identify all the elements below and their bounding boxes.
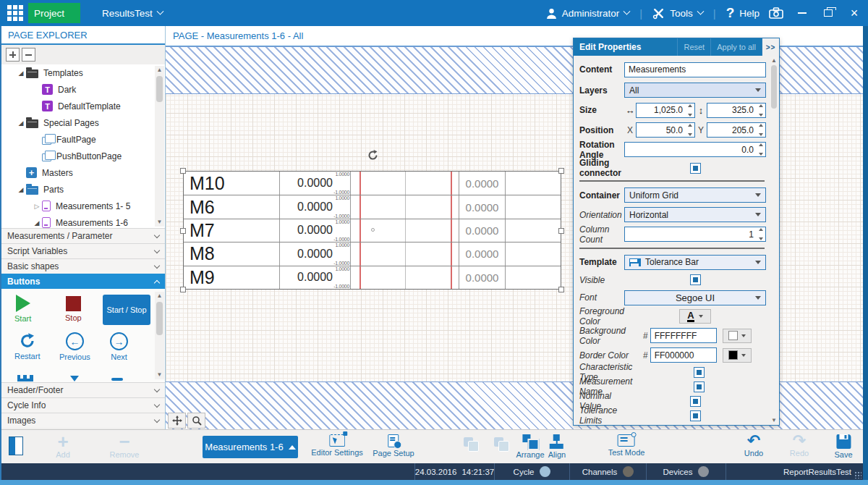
expander-expanded-icon[interactable]: ◢ — [16, 119, 26, 127]
page-setup-button[interactable]: Page Setup — [373, 434, 414, 457]
rotation-angle-input[interactable] — [624, 142, 766, 157]
scroll-up-icon[interactable]: ▲ — [771, 57, 777, 64]
user-menu[interactable]: Administrator — [546, 8, 630, 19]
expander-expanded-icon[interactable]: ◢ — [32, 219, 42, 227]
cycle-status[interactable]: Cycle — [494, 463, 569, 480]
palette-restart-button[interactable]: Restart — [14, 332, 40, 360]
measurement-name-checkbox[interactable] — [694, 381, 705, 392]
selection-handle[interactable] — [558, 228, 564, 234]
tree-item-measurements-1-5[interactable]: ▷Measurements 1- 5 — [1, 198, 165, 214]
zoom-button[interactable] — [187, 413, 205, 429]
scrollbar-thumb[interactable] — [156, 302, 163, 335]
channels-status[interactable]: Channels — [569, 463, 646, 480]
app-launcher-grid-icon[interactable] — [7, 5, 25, 21]
reset-button[interactable]: Reset — [677, 38, 710, 56]
template-dropdown[interactable]: Tolerance Bar — [624, 255, 766, 270]
apply-to-all-button[interactable]: Apply to all — [710, 38, 762, 56]
background-swatch-button[interactable] — [723, 329, 752, 343]
close-button[interactable]: × — [845, 5, 864, 21]
tree-item-faultpage[interactable]: FaultPage — [1, 131, 165, 148]
scroll-up-icon[interactable]: ▲ — [157, 292, 163, 300]
minimize-button[interactable] — [793, 5, 812, 21]
tools-menu[interactable]: Tools — [652, 7, 703, 20]
section-script-variables[interactable]: Script Variables — [1, 243, 165, 258]
collapse-all-button[interactable] — [22, 48, 35, 62]
content-input[interactable] — [624, 62, 766, 77]
measurements-table[interactable]: M10 0.0000 1.0000 -1.0000 0.0000 M6 0.00… — [183, 171, 561, 290]
tree-item-masters[interactable]: Masters — [1, 164, 165, 181]
scroll-down-icon[interactable]: ▼ — [771, 417, 777, 423]
group-button-disabled[interactable] — [494, 437, 510, 452]
remove-button[interactable]: − Remove — [110, 434, 140, 459]
gliding-connector-checkbox[interactable] — [690, 163, 701, 174]
palette-partial-button[interactable] — [17, 375, 33, 381]
tree-item-templates[interactable]: ◢Templates — [1, 64, 165, 81]
restore-button[interactable] — [819, 5, 838, 21]
scroll-down-icon[interactable]: ▼ — [157, 371, 163, 379]
section-images[interactable]: Images — [1, 413, 165, 428]
background-color-input[interactable] — [650, 328, 717, 343]
spinner[interactable] — [757, 104, 765, 117]
editor-settings-button[interactable]: Editor Settings — [311, 434, 363, 457]
spinner[interactable] — [757, 143, 765, 156]
selection-handle[interactable] — [558, 287, 564, 292]
arrange-button[interactable]: Arrange — [516, 434, 544, 459]
project-name-menu[interactable]: ResultsTest — [102, 8, 163, 19]
selection-handle[interactable] — [180, 168, 186, 174]
column-count-input[interactable] — [624, 227, 766, 242]
selection-handle[interactable] — [558, 168, 564, 174]
palette-partial-button[interactable] — [70, 376, 79, 381]
border-swatch-button[interactable] — [723, 348, 752, 363]
tree-item-parts[interactable]: ◢Parts — [1, 181, 165, 198]
characteristic-type-checkbox[interactable] — [694, 367, 705, 378]
tree-scrollbar[interactable]: ▲ ▼ — [155, 66, 164, 227]
expander-expanded-icon[interactable]: ◢ — [16, 69, 26, 77]
properties-scrollbar[interactable]: ▲ ▼ — [770, 57, 778, 423]
scroll-down-icon[interactable]: ▼ — [157, 218, 163, 227]
expander-expanded-icon[interactable]: ◢ — [16, 186, 26, 193]
redo-button-disabled[interactable]: ↷ Redo — [790, 434, 809, 457]
selection-handle[interactable] — [180, 287, 186, 292]
tree-item-measurements-1-6[interactable]: ◢Measurements 1-6 — [1, 214, 165, 228]
expand-all-button[interactable] — [6, 48, 20, 62]
collapse-panel-button[interactable]: >> — [762, 38, 779, 56]
section-cycle-info[interactable]: Cycle Info — [1, 397, 165, 413]
undo-button[interactable]: ↶ Undo — [744, 434, 763, 457]
section-buttons[interactable]: Buttons — [1, 274, 165, 289]
test-mode-button[interactable]: Test Mode — [608, 434, 645, 457]
foreground-color-button[interactable]: A — [679, 309, 711, 324]
scroll-up-icon[interactable]: ▲ — [157, 66, 163, 75]
section-header-footer[interactable]: Header/Footer — [1, 382, 165, 397]
scrollbar-thumb[interactable] — [771, 65, 777, 109]
layers-dropdown[interactable]: All — [624, 83, 766, 98]
copy-button-disabled[interactable] — [464, 437, 480, 452]
tree-item-special-pages[interactable]: ◢Special Pages — [1, 114, 165, 131]
spinner[interactable] — [757, 228, 765, 240]
save-button[interactable]: Save — [834, 434, 852, 459]
palette-partial-button[interactable] — [111, 378, 123, 381]
tree-item-pushbuttonpage[interactable]: PushButtonPage — [1, 148, 165, 164]
project-button[interactable]: Project — [28, 3, 80, 23]
pan-button[interactable] — [168, 413, 186, 429]
selection-handle[interactable] — [180, 228, 186, 234]
spinner[interactable] — [757, 124, 765, 136]
palette-previous-button[interactable]: ← Previous — [59, 332, 90, 361]
spinner[interactable] — [686, 124, 694, 136]
border-color-input[interactable] — [650, 347, 717, 363]
orientation-dropdown[interactable]: Horizontal — [624, 207, 766, 222]
align-button[interactable]: Align — [548, 434, 566, 459]
resize-grip[interactable] — [854, 471, 861, 478]
spinner[interactable] — [686, 104, 694, 117]
tree-item-defaulttemplate[interactable]: DefaultTemplate — [1, 98, 165, 114]
visible-checkbox[interactable] — [690, 274, 701, 285]
scrollbar-thumb[interactable] — [156, 76, 163, 102]
container-dropdown[interactable]: Uniform Grid — [624, 187, 766, 203]
palette-scrollbar[interactable]: ▲ ▼ — [155, 292, 164, 379]
help-menu[interactable]: ? Help — [726, 5, 760, 21]
add-button[interactable]: + Add — [56, 434, 70, 459]
palette-stop-button[interactable]: Stop — [65, 296, 82, 322]
tree-item-dark[interactable]: Dark — [1, 81, 165, 98]
expander-collapsed-icon[interactable]: ▷ — [32, 203, 42, 210]
font-dropdown[interactable]: Segoe UI — [624, 290, 766, 305]
devices-status[interactable]: Devices — [646, 463, 726, 480]
